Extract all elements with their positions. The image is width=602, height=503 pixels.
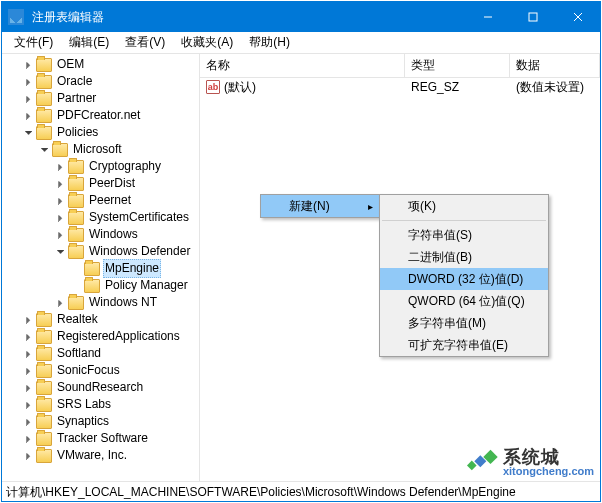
ctx-new[interactable]: 新建(N) ▸ 项(K) 字符串值(S) 二进制值(B) DWORD (32 位… [261, 195, 379, 217]
expand-icon[interactable]: ⏵ [22, 430, 36, 447]
col-data[interactable]: 数据 [510, 54, 600, 77]
tree-node-label: SRS Labs [55, 396, 113, 413]
folder-icon [68, 296, 84, 310]
tree-node[interactable]: ⏵VMware, Inc. [2, 447, 199, 464]
list-pane[interactable]: 名称 类型 数据 ab (默认) REG_SZ (数值未设置) 新建(N) ▸ … [200, 54, 600, 481]
folder-icon [36, 449, 52, 463]
tree-node[interactable]: ⏵SoundResearch [2, 379, 199, 396]
close-button[interactable] [555, 2, 600, 32]
tree-node[interactable]: ⏵Tracker Software [2, 430, 199, 447]
folder-icon [68, 245, 84, 259]
ctx-new-dword[interactable]: DWORD (32 位)值(D) [380, 268, 548, 290]
ctx-new-key[interactable]: 项(K) [380, 195, 548, 217]
expand-icon[interactable]: ⏵ [22, 396, 36, 413]
tree-node[interactable]: ⏵Partner [2, 90, 199, 107]
tree-node-label: SoundResearch [55, 379, 145, 396]
tree-node-label: Tracker Software [55, 430, 150, 447]
expand-icon[interactable]: ⏵ [22, 447, 36, 464]
folder-icon [36, 364, 52, 378]
tree-node[interactable]: ⏵Peernet [2, 192, 199, 209]
menu-help[interactable]: 帮助(H) [241, 32, 298, 53]
expand-icon[interactable]: ⏵ [54, 226, 68, 243]
tree-node[interactable]: ⏷Policies [2, 124, 199, 141]
status-path: 计算机\HKEY_LOCAL_MACHINE\SOFTWARE\Policies… [6, 485, 516, 499]
expand-icon[interactable]: ⏵ [22, 345, 36, 362]
tree-node[interactable]: ⏵Windows [2, 226, 199, 243]
cell-data: (数值未设置) [510, 78, 600, 97]
expand-icon[interactable]: ⏵ [22, 379, 36, 396]
folder-icon [36, 75, 52, 89]
value-name: (默认) [224, 79, 256, 96]
tree-node[interactable]: ⏵SystemCertificates [2, 209, 199, 226]
folder-icon [68, 177, 84, 191]
tree-node[interactable]: ⏵PeerDist [2, 175, 199, 192]
tree-node[interactable]: ⏵Realtek [2, 311, 199, 328]
expand-icon[interactable]: ⏵ [54, 175, 68, 192]
folder-icon [36, 330, 52, 344]
expand-icon[interactable]: ⏵ [22, 362, 36, 379]
registry-editor-window: 注册表编辑器 文件(F) 编辑(E) 查看(V) 收藏夹(A) 帮助(H) ⏵O… [1, 1, 601, 502]
menu-view[interactable]: 查看(V) [117, 32, 173, 53]
tree-node[interactable]: ⏵SonicFocus [2, 362, 199, 379]
tree-node[interactable]: ⏵Cryptography [2, 158, 199, 175]
ctx-new-string[interactable]: 字符串值(S) [380, 224, 548, 246]
expand-icon[interactable]: ⏵ [54, 294, 68, 311]
tree-node-label: SystemCertificates [87, 209, 191, 226]
expand-icon[interactable]: ⏵ [22, 311, 36, 328]
tree-node[interactable]: ⏵Softland [2, 345, 199, 362]
context-submenu: 项(K) 字符串值(S) 二进制值(B) DWORD (32 位)值(D) QW… [379, 194, 549, 357]
window-title: 注册表编辑器 [30, 9, 465, 26]
menu-favorites[interactable]: 收藏夹(A) [173, 32, 241, 53]
folder-icon [52, 143, 68, 157]
folder-icon [36, 109, 52, 123]
tree-node[interactable]: ⏵Synaptics [2, 413, 199, 430]
list-row[interactable]: ab (默认) REG_SZ (数值未设置) [200, 78, 600, 96]
folder-icon [36, 58, 52, 72]
minimize-button[interactable] [465, 2, 510, 32]
tree-node[interactable]: Policy Manager [2, 277, 199, 294]
tree-node-label: MpEngine [103, 259, 161, 278]
body: ⏵OEM⏵Oracle⏵Partner⏵PDFCreator.net⏷Polic… [2, 54, 600, 481]
titlebar[interactable]: 注册表编辑器 [2, 2, 600, 32]
expand-icon[interactable]: ⏵ [54, 158, 68, 175]
tree-node[interactable]: MpEngine [2, 260, 199, 277]
tree-node[interactable]: ⏵SRS Labs [2, 396, 199, 413]
tree-node[interactable]: ⏵Oracle [2, 73, 199, 90]
ctx-new-multi[interactable]: 多字符串值(M) [380, 312, 548, 334]
tree-pane[interactable]: ⏵OEM⏵Oracle⏵Partner⏵PDFCreator.net⏷Polic… [2, 54, 200, 481]
expand-icon[interactable]: ⏵ [54, 192, 68, 209]
tree-node[interactable]: ⏷Microsoft [2, 141, 199, 158]
menu-edit[interactable]: 编辑(E) [61, 32, 117, 53]
tree-node[interactable]: ⏵OEM [2, 56, 199, 73]
collapse-icon[interactable]: ⏷ [22, 124, 36, 141]
collapse-icon[interactable]: ⏷ [38, 141, 52, 158]
expand-icon[interactable]: ⏵ [22, 56, 36, 73]
statusbar: 计算机\HKEY_LOCAL_MACHINE\SOFTWARE\Policies… [2, 481, 600, 501]
folder-icon [68, 160, 84, 174]
col-name[interactable]: 名称 [200, 54, 405, 77]
expand-icon[interactable]: ⏵ [22, 328, 36, 345]
collapse-icon[interactable]: ⏷ [54, 243, 68, 260]
ctx-new-expand[interactable]: 可扩充字符串值(E) [380, 334, 548, 356]
folder-icon [36, 347, 52, 361]
tree-node[interactable]: ⏷Windows Defender [2, 243, 199, 260]
maximize-button[interactable] [510, 2, 555, 32]
tree-node[interactable]: ⏵Windows NT [2, 294, 199, 311]
expand-icon[interactable]: ⏵ [22, 413, 36, 430]
expand-icon[interactable]: ⏵ [22, 73, 36, 90]
expand-icon[interactable]: ⏵ [54, 209, 68, 226]
tree-node-label: SonicFocus [55, 362, 122, 379]
expand-icon[interactable]: ⏵ [22, 107, 36, 124]
col-type[interactable]: 类型 [405, 54, 510, 77]
expand-icon[interactable]: ⏵ [22, 90, 36, 107]
tree-node[interactable]: ⏵RegisteredApplications [2, 328, 199, 345]
tree-node-label: Policy Manager [103, 277, 190, 294]
folder-icon [36, 415, 52, 429]
tree-node[interactable]: ⏵PDFCreator.net [2, 107, 199, 124]
ctx-new-binary[interactable]: 二进制值(B) [380, 246, 548, 268]
tree-node-label: Cryptography [87, 158, 163, 175]
ctx-new-qword[interactable]: QWORD (64 位)值(Q) [380, 290, 548, 312]
tree-node-label: Windows Defender [87, 243, 192, 260]
menu-file[interactable]: 文件(F) [6, 32, 61, 53]
context-menu: 新建(N) ▸ 项(K) 字符串值(S) 二进制值(B) DWORD (32 位… [260, 194, 380, 218]
